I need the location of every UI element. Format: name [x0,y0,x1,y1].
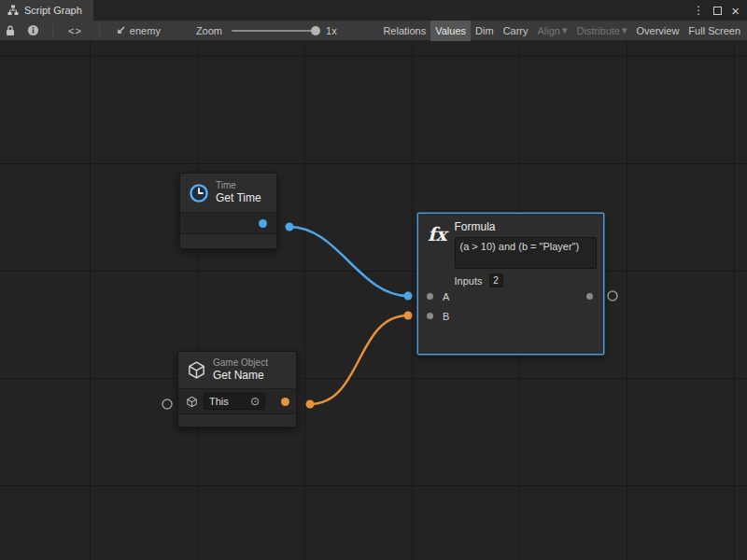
clock-icon [189,183,209,203]
get-time-title: Get Time [216,191,261,205]
get-time-port-row [180,213,276,234]
overview-button[interactable]: Overview [632,21,684,41]
align-button[interactable]: Align ▾ [533,21,572,41]
object-picker-icon[interactable]: ⊙ [250,396,260,407]
formula-port-row-a: A [418,287,603,306]
distribute-button[interactable]: Distribute ▾ [572,21,632,41]
get-name-target-dropdown[interactable]: This ⊙ [204,393,265,410]
zoom-slider-knob[interactable] [311,26,320,35]
get-time-header[interactable]: Time Get Time [180,174,276,213]
target-cube-icon [186,396,198,408]
node-get-time[interactable]: Time Get Time [179,173,277,249]
lock-icon[interactable] [5,21,16,41]
titlebar: Script Graph ⋮ × [0,0,747,21]
formula-title: Formula [455,221,597,233]
zoom-label: Zoom [196,25,222,36]
get-name-output-port[interactable] [281,398,289,406]
code-view-icon[interactable]: <> [68,21,82,41]
maximize-icon[interactable] [713,7,722,15]
get-name-footer [178,414,296,427]
wire-getname-to-formula-b[interactable] [310,315,408,404]
dim-button[interactable]: Dim [471,21,499,41]
wire-gettime-to-formula-a[interactable] [289,227,408,296]
formula-fx-icon: fx [428,221,447,287]
window-menu-icon[interactable]: ⋮ [693,5,704,16]
graph-canvas[interactable]: Time Get Time fx Formula (a > 10) and (b… [0,41,747,560]
toolbar-divider [99,24,100,37]
chevron-down-icon: ▾ [562,24,568,36]
formula-inputs-label: Inputs [455,275,483,287]
formula-expression-field[interactable]: (a > 10) and (b = "Player") [455,237,597,269]
formula-port-a-label: A [443,291,449,302]
zoom-control: Zoom 1x [196,25,337,36]
graph-toolbar: <> enemy Zoom 1x Relations Values Dim Ca… [0,21,747,41]
getname-input-port-outer[interactable] [162,399,172,409]
info-icon[interactable] [27,21,39,41]
get-time-category: Time [216,180,261,192]
node-get-name[interactable]: Game Object Get Name This ⊙ [177,351,297,427]
zoom-value: 1x [326,25,337,36]
formula-ports: A B [418,287,603,326]
game-object-cube-icon [187,360,206,380]
get-name-header[interactable]: Game Object Get Name [178,352,296,389]
toolbar-divider [52,24,53,37]
script-graph-icon [7,5,19,16]
relations-button[interactable]: Relations [378,21,430,41]
graph-breadcrumb[interactable]: enemy [115,25,161,36]
zoom-slider[interactable] [232,30,317,32]
formula-header[interactable]: fx Formula (a > 10) and (b = "Player") I… [418,214,603,287]
tab-title: Script Graph [24,5,82,16]
get-name-category: Game Object [213,357,268,370]
values-button[interactable]: Values [430,21,471,41]
formula-output-port-inner[interactable] [586,293,593,300]
get-name-port-row: This ⊙ [178,389,296,414]
get-name-title: Get Name [213,369,268,383]
window-controls: ⋮ × [693,0,747,21]
formula-input-port-b[interactable] [427,313,433,319]
get-time-footer [180,234,276,247]
wire-endpoint-getname-out[interactable] [306,400,315,409]
formula-input-port-a[interactable] [427,293,433,300]
wire-endpoint-gettime-out[interactable] [286,223,294,231]
wire-endpoint-formula-b[interactable] [404,312,413,320]
formula-port-b-label: B [443,311,449,322]
graph-name: enemy [130,25,161,36]
toolbar-buttons: Relations Values Dim Carry Align ▾ Distr… [378,21,747,41]
node-formula[interactable]: fx Formula (a > 10) and (b = "Player") I… [417,213,604,355]
carry-button[interactable]: Carry [499,21,533,41]
wire-endpoint-formula-a[interactable] [404,292,413,301]
get-time-output-port[interactable] [259,219,267,228]
chevron-down-icon: ▾ [622,24,627,36]
tab-script-graph[interactable]: Script Graph [0,0,93,21]
formula-port-row-b: B [418,306,603,326]
wires-layer [0,41,747,560]
formula-output-port-outer[interactable] [608,291,617,301]
fullscreen-button[interactable]: Full Screen [684,21,745,41]
formula-inputs-count-field[interactable]: 2 [489,273,503,287]
graph-pointer-icon [115,25,126,36]
get-name-target-value: This [209,396,229,407]
close-icon[interactable]: × [731,4,740,18]
